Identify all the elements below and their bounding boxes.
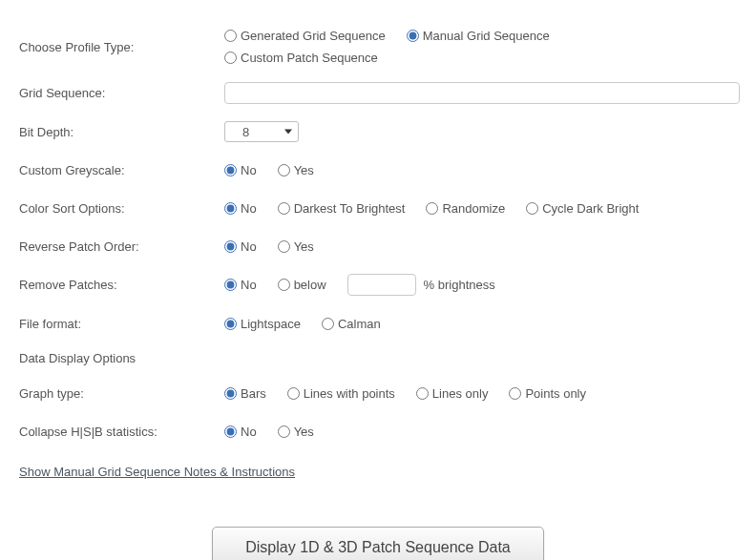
remove-patches-suffix: % brightness <box>424 278 495 292</box>
graph-type-bars[interactable]: Bars <box>224 386 266 401</box>
display-patch-button[interactable]: Display 1D & 3D Patch Sequence Data <box>212 527 543 560</box>
collapse-hsb-label: Collapse H|S|B statistics: <box>19 425 224 439</box>
reverse-patch-no[interactable]: No <box>224 239 257 254</box>
remove-patches-no[interactable]: No <box>224 278 257 292</box>
collapse-hsb-yes[interactable]: Yes <box>278 425 314 439</box>
collapse-hsb-no[interactable]: No <box>224 425 257 439</box>
profile-type-manual[interactable]: Manual Grid Sequence <box>407 29 550 43</box>
profile-type-generated[interactable]: Generated Grid Sequence <box>224 29 386 43</box>
profile-type-label: Choose Profile Type: <box>19 40 224 54</box>
graph-type-lines-points[interactable]: Lines with points <box>287 386 395 401</box>
remove-patches-label: Remove Patches: <box>19 278 224 292</box>
custom-greyscale-yes[interactable]: Yes <box>278 163 314 177</box>
reverse-patch-yes[interactable]: Yes <box>278 239 314 254</box>
profile-type-custom[interactable]: Custom Patch Sequence <box>224 51 378 65</box>
graph-type-lines-only[interactable]: Lines only <box>416 386 489 401</box>
color-sort-darkest[interactable]: Darkest To Brightest <box>278 201 406 216</box>
graph-type-label: Graph type: <box>19 386 224 401</box>
grid-sequence-label: Grid Sequence: <box>19 86 224 100</box>
file-format-calman[interactable]: Calman <box>322 317 381 331</box>
notes-link[interactable]: Show Manual Grid Sequence Notes & Instru… <box>19 465 295 479</box>
graph-type-points-only[interactable]: Points only <box>509 386 586 401</box>
custom-greyscale-label: Custom Greyscale: <box>19 163 224 177</box>
color-sort-randomize[interactable]: Randomize <box>426 201 505 216</box>
bit-depth-select[interactable]: 8 <box>224 121 299 142</box>
bit-depth-label: Bit Depth: <box>19 125 224 139</box>
chevron-down-icon <box>284 130 292 135</box>
color-sort-no[interactable]: No <box>224 201 257 216</box>
color-sort-label: Color Sort Options: <box>19 201 224 216</box>
grid-sequence-input[interactable] <box>224 82 740 104</box>
remove-patches-below[interactable]: below <box>278 278 326 292</box>
reverse-patch-label: Reverse Patch Order: <box>19 239 224 254</box>
custom-greyscale-no[interactable]: No <box>224 163 257 177</box>
data-display-heading: Data Display Options <box>19 351 737 365</box>
file-format-lightspace[interactable]: Lightspace <box>224 317 301 331</box>
remove-patches-input[interactable] <box>347 274 416 296</box>
file-format-label: File format: <box>19 317 224 331</box>
color-sort-cycle[interactable]: Cycle Dark Bright <box>526 201 639 216</box>
